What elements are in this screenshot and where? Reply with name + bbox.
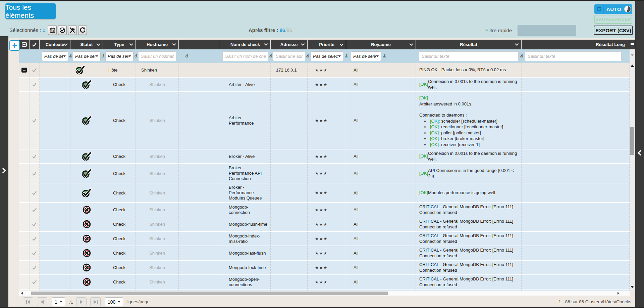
cell-address	[271, 232, 308, 246]
column-label: Contexte	[46, 42, 64, 47]
previous-page-button[interactable]	[37, 297, 47, 306]
collapse-row-button[interactable]	[21, 68, 27, 73]
recheck-button[interactable]	[78, 25, 87, 35]
cell-contexte	[40, 92, 70, 149]
row-select-check[interactable]	[30, 232, 40, 246]
cell-spacer	[179, 92, 220, 149]
filter-statut: Pas de sélection &	[70, 49, 103, 63]
first-page-button[interactable]	[23, 297, 33, 306]
column-header-contexte[interactable]: Contexte	[40, 40, 70, 49]
cell-result: CRITICAL - General MongoDB Error: [Errno…	[416, 203, 522, 217]
table-row: Check Shinken Arbiter - Performance ★★★ …	[19, 92, 630, 149]
filter-type-select[interactable]: Pas de sélection	[105, 51, 133, 61]
cell-type: Hôte	[103, 63, 136, 77]
row-select-check[interactable]	[30, 183, 40, 202]
all-elements-button[interactable]: Tous les éléments	[5, 3, 56, 19]
column-header-priorite[interactable]: Priorité	[308, 40, 346, 49]
expand-left-panel-chevron[interactable]	[1, 167, 7, 174]
export-csv-button[interactable]: EXPORT (CSV)	[594, 26, 633, 35]
chevron-down-icon	[301, 43, 305, 46]
row-select-check[interactable]	[30, 217, 40, 231]
row-select-check[interactable]	[30, 261, 40, 274]
scroll-up-button[interactable]	[631, 64, 634, 67]
filter-check-name-input[interactable]	[222, 51, 268, 61]
row-select-check[interactable]	[30, 78, 40, 91]
column-header-resultat[interactable]: Résultat	[416, 40, 522, 49]
column-header-hostname[interactable]: Hostname	[136, 40, 179, 49]
h-scrollbar[interactable]	[19, 291, 630, 296]
cell-contexte	[40, 78, 70, 91]
cell-statut	[70, 183, 103, 202]
filter-result-long-input[interactable]	[525, 51, 622, 61]
filter-priority-select[interactable]: Pas de sélection	[311, 51, 343, 61]
filter-statut-select[interactable]: Pas de sélection	[73, 51, 101, 61]
page-size-select[interactable]: 100	[105, 297, 123, 306]
check-icon	[32, 68, 37, 72]
column-header-statut[interactable]: Statut	[70, 40, 103, 49]
chevron-down-icon	[409, 43, 413, 46]
v-scrollbar[interactable]	[630, 49, 635, 291]
add-element-button[interactable]: +	[9, 40, 20, 51]
filter-spacer: &	[179, 49, 220, 63]
filter-contexte-select[interactable]: Pas de sélection	[42, 51, 68, 61]
filter-realm-select[interactable]: Pas de sélection	[351, 51, 381, 61]
page-select[interactable]: 1	[52, 297, 65, 306]
row-select-check[interactable]	[30, 63, 40, 77]
cell-hostname: Shinken	[136, 183, 179, 202]
auto-refresh-toggle[interactable]: AUTO	[594, 4, 632, 14]
acknowledge-button[interactable]	[58, 25, 67, 35]
row-select-check[interactable]	[30, 246, 40, 260]
fix-tools-button[interactable]	[68, 25, 77, 35]
selected-label: Sélectionnés :	[9, 27, 41, 33]
column-header-adresse[interactable]: Adresse	[271, 40, 308, 49]
table-row: Check Shinken Broker - Performance Modul…	[19, 183, 630, 203]
v-scrollbar-thumb[interactable]	[630, 127, 634, 155]
last-page-button[interactable]	[90, 297, 101, 306]
expand-right-panel-chevron[interactable]	[637, 149, 642, 156]
column-menu-button[interactable]	[630, 40, 635, 49]
cell-priority: ★★★	[308, 217, 346, 231]
and-separator: &	[345, 53, 348, 58]
column-header-resultat-long[interactable]: Résultat Long	[522, 40, 630, 49]
row-select-check[interactable]	[30, 275, 40, 289]
select-value: Pas de sélection	[75, 54, 96, 59]
row-select-check[interactable]	[30, 164, 40, 183]
scroll-right-button[interactable]	[618, 292, 620, 295]
column-header-collapse[interactable]	[19, 40, 30, 49]
row-select-check[interactable]	[30, 203, 40, 217]
status-critical-icon	[82, 205, 91, 214]
cell-address	[271, 203, 308, 217]
right-panel-rail	[635, 0, 644, 308]
check-icon	[32, 251, 37, 255]
scroll-down-button[interactable]	[631, 286, 634, 288]
row-select-check[interactable]	[30, 149, 40, 163]
row-select-check[interactable]	[30, 92, 40, 149]
cell-address	[271, 183, 308, 202]
column-label: Hostname	[147, 42, 168, 47]
table-row: Check Shinken Mongodb-index-miss-ratio ★…	[19, 232, 630, 246]
filter-resultat: &	[416, 49, 522, 63]
select-value: Pas de sélection	[44, 54, 63, 59]
triangle-left-icon	[41, 300, 44, 304]
next-page-button[interactable]	[76, 297, 87, 306]
filter-result-input[interactable]	[419, 51, 519, 61]
downtime-calendar-button[interactable]: 15	[48, 25, 57, 35]
column-label: Type	[114, 42, 124, 47]
filter-address-input[interactable]	[273, 51, 305, 61]
column-header-select-all[interactable]	[30, 40, 40, 49]
cell-hostname: Shinken	[136, 164, 179, 183]
and-separator: &	[306, 53, 309, 58]
quick-filter-input[interactable]	[518, 25, 576, 36]
table-row: Check Shinken Arbiter - Alive ★★★ All [O…	[19, 78, 630, 92]
h-scrollbar-thumb[interactable]	[31, 292, 388, 295]
save-button[interactable]: SAUVEGARDER	[594, 15, 632, 24]
scroll-left-button[interactable]	[21, 292, 23, 295]
column-header-royaume[interactable]: Royaume	[346, 40, 416, 49]
column-header-type[interactable]: Type	[103, 40, 136, 49]
filter-hostname-input[interactable]	[138, 51, 176, 61]
check-circle-icon	[59, 27, 65, 33]
status-ok-icon	[82, 188, 92, 198]
column-header-nom-de-check[interactable]: Nom de check	[220, 40, 271, 49]
check-icon	[32, 154, 37, 159]
cell-collapse	[19, 92, 30, 149]
